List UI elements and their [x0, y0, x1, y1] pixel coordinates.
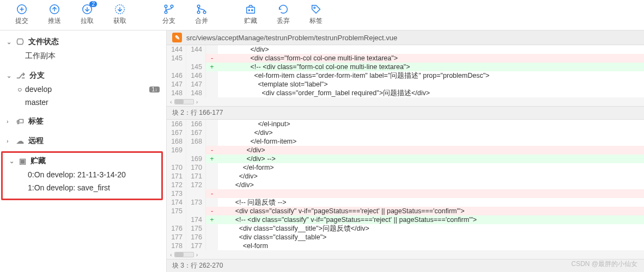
diff-marker: - — [206, 207, 218, 215]
diff-line[interactable]: 167167 </div> — [167, 128, 644, 137]
sidebar-branch-develop[interactable]: ○develop1↓ — [0, 83, 166, 96]
discard-button[interactable]: 丢弃 — [267, 2, 300, 26]
content-pane: ✎ src/views/acceptManage/testrunProblem/… — [166, 30, 644, 272]
branch-behind-badge: 1↓ — [149, 86, 160, 92]
scroll-right-icon[interactable]: › — [196, 251, 198, 258]
sidebar-working-copy[interactable]: 工作副本 — [0, 49, 166, 63]
monitor-icon: 🖵 — [16, 38, 24, 46]
diff-line[interactable]: 145+ <!-- <div class="form-col col-one m… — [167, 63, 644, 71]
new-line-number: 171 — [186, 172, 206, 181]
diff-line[interactable]: 178177 <el-form — [167, 242, 644, 250]
svg-point-9 — [165, 5, 167, 8]
diff-line[interactable]: 146146 <el-form-item class="order-form-i… — [167, 71, 644, 80]
scroll-track[interactable] — [174, 99, 194, 104]
horizontal-scroll[interactable]: ‹› — [167, 250, 644, 259]
diff-line[interactable]: 171171 </div> — [167, 172, 644, 181]
sidebar-tags[interactable]: › 🏷 标签 — [0, 114, 166, 128]
code-text: </div> — [218, 45, 644, 54]
scroll-track[interactable] — [174, 252, 194, 257]
diff-line[interactable]: 177176 <div class="classify__table"> — [167, 233, 644, 242]
branch-button[interactable]: 分支 — [153, 2, 185, 26]
stash-small-icon: ▣ — [19, 157, 26, 165]
svg-point-16 — [248, 10, 250, 11]
tag-button[interactable]: 标签 — [300, 2, 332, 26]
code-text: </el-input> — [218, 120, 644, 128]
diff-line[interactable]: 145- <div class="form-col col-one multi-… — [167, 54, 644, 63]
diff-line[interactable]: 174173 <!-- 问题反馈 --> — [167, 198, 644, 207]
diff-marker — [206, 45, 218, 54]
diff-line[interactable]: 176175 <div class="classify__title">问题反馈… — [167, 224, 644, 233]
diff-line[interactable]: 170170 </el-form> — [167, 163, 644, 172]
sidebar-remotes[interactable]: › ☁ 远程 — [0, 134, 166, 148]
new-line-number — [186, 189, 206, 198]
old-line-number: 145 — [167, 54, 186, 63]
svg-point-18 — [314, 7, 315, 9]
scroll-right-icon[interactable]: › — [196, 98, 198, 105]
code-text: <template slot="label"> — [218, 80, 644, 89]
discard-label: 丢弃 — [277, 16, 290, 26]
diff-line[interactable]: 174+ <!-- <div class="classify" v-if="pa… — [167, 215, 644, 224]
diff-line[interactable]: 175- <div class="classify" v-if="pageSta… — [167, 207, 644, 215]
sidebar-stash-item[interactable]: 1:On develop: save_first — [3, 181, 161, 194]
tags-label: 标签 — [28, 116, 44, 126]
tag-label: 标签 — [309, 16, 323, 26]
new-line-number: 177 — [186, 242, 206, 250]
new-line-number: 174 — [186, 215, 206, 224]
push-button[interactable]: 推送 — [38, 2, 71, 26]
code-text: <!-- <div class="form-col col-one multi-… — [218, 63, 644, 71]
file-status-label: 文件状态 — [28, 37, 59, 47]
new-line-number — [186, 54, 206, 63]
diff-marker — [206, 137, 218, 146]
diff-line[interactable]: 172172 </div> — [167, 181, 644, 189]
svg-point-14 — [203, 11, 206, 14]
diff-line[interactable]: 173- — [167, 189, 644, 198]
code-text: <el-form — [218, 242, 644, 250]
scroll-left-icon[interactable]: ‹ — [170, 98, 172, 105]
sidebar-branch-master[interactable]: master — [0, 96, 166, 109]
sidebar-stashes[interactable]: ⌄ ▣ 贮藏 — [3, 154, 161, 168]
diff-line[interactable]: 148148 <div class="order_form_label requ… — [167, 89, 644, 97]
old-line-number: 147 — [167, 80, 186, 89]
chevron-down-icon: ⌄ — [7, 39, 12, 46]
commit-label: 提交 — [15, 16, 28, 26]
branch-name: develop — [25, 85, 52, 94]
stash-button[interactable]: 贮藏 — [234, 2, 267, 26]
scroll-thumb[interactable] — [175, 252, 184, 257]
scroll-thumb[interactable] — [175, 100, 184, 104]
old-line-number: 172 — [167, 181, 186, 189]
diff-marker — [206, 71, 218, 80]
hunk-header: 块 2：行 166-177 — [167, 106, 644, 120]
sidebar-branches[interactable]: ⌄ ⎇ 分支 — [0, 69, 166, 83]
old-line-number: 166 — [167, 120, 186, 128]
commit-button[interactable]: 提交 — [5, 2, 38, 26]
old-line-number: 171 — [167, 172, 186, 181]
scroll-left-icon[interactable]: ‹ — [170, 251, 172, 258]
tag-small-icon: 🏷 — [16, 117, 24, 126]
old-line-number — [167, 154, 186, 163]
diff-marker — [206, 120, 218, 128]
diff-line[interactable]: 144144 </div> — [167, 45, 644, 54]
diff-line[interactable]: 168168 </el-form-item> — [167, 137, 644, 146]
new-line-number: 173 — [186, 198, 206, 207]
sidebar-stash-item[interactable]: 0:On develop: 21-11-3-14-20 — [3, 168, 161, 181]
diff-hunk: 144144 </div>145- <div class="form-col c… — [167, 45, 644, 97]
merge-button[interactable]: 合并 — [185, 2, 218, 26]
cloud-icon: ☁ — [16, 137, 24, 145]
diff-line[interactable]: 169+ </div> --> — [167, 154, 644, 163]
diff-line[interactable]: 166166 </el-input> — [167, 120, 644, 128]
code-text: </div> — [218, 128, 644, 137]
fetch-label: 获取 — [113, 16, 126, 26]
pull-button[interactable]: 2 拉取 — [71, 2, 104, 26]
new-line-number: 147 — [186, 80, 206, 89]
diff-line[interactable]: 169- </div> — [167, 146, 644, 154]
diff-marker — [206, 181, 218, 189]
new-line-number: 168 — [186, 137, 206, 146]
sidebar-file-status[interactable]: ⌄ 🖵 文件状态 — [0, 35, 166, 49]
old-line-number: 167 — [167, 128, 186, 137]
horizontal-scroll[interactable]: ‹› — [167, 97, 644, 106]
code-text: <!-- 问题反馈 --> — [218, 198, 644, 207]
old-line-number: 177 — [167, 233, 186, 242]
old-line-number: 174 — [167, 198, 186, 207]
diff-line[interactable]: 147147 <template slot="label"> — [167, 80, 644, 89]
fetch-button[interactable]: 获取 — [104, 2, 136, 26]
